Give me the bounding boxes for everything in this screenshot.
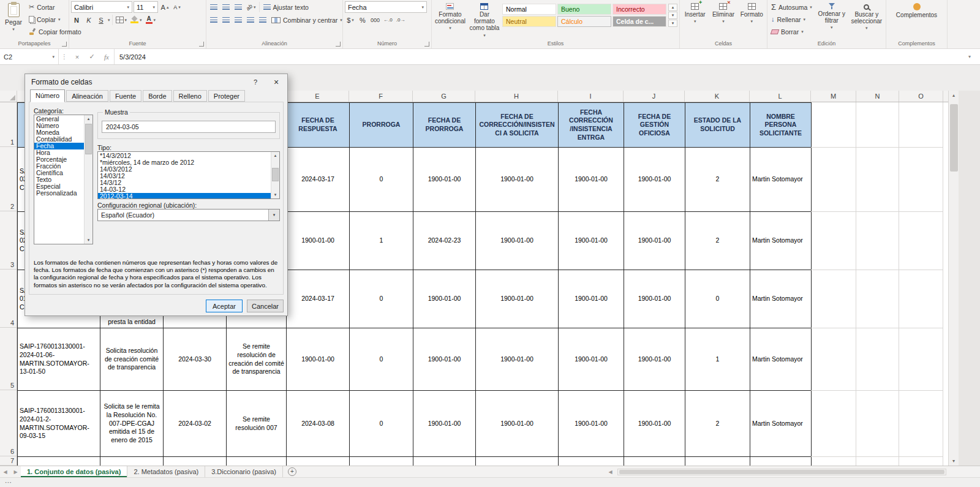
clear-button[interactable]: Borrar▾ xyxy=(769,26,814,37)
cancel-entry-icon[interactable]: × xyxy=(70,53,85,61)
align-middle-button[interactable] xyxy=(221,1,232,13)
cell-K6[interactable]: 2 xyxy=(685,391,750,457)
type-option-selected[interactable]: 2012-03-14 xyxy=(98,193,279,199)
close-icon[interactable]: × xyxy=(265,74,287,90)
insert-cells-button[interactable]: + Insertar ▾ xyxy=(682,1,708,23)
category-scrollbar[interactable]: ▴ ▾ xyxy=(84,115,92,244)
cell-H5[interactable]: 1900-01-00 xyxy=(476,328,559,391)
cell-E7[interactable] xyxy=(287,457,350,466)
cell-E3[interactable]: 1900-01-00 xyxy=(287,212,350,270)
row-header-1[interactable]: 1 xyxy=(0,102,17,147)
type-listbox[interactable]: *14/3/2012 *miércoles, 14 de marzo de 20… xyxy=(97,151,280,199)
scroll-thumb[interactable] xyxy=(272,168,279,181)
sheet-tab-metadatos[interactable]: 2. Metadatos (pasiva) xyxy=(127,466,205,477)
cell-F6[interactable]: 0 xyxy=(350,391,413,457)
sheet-tab-diccionario[interactable]: 3.Diccionario (pasiva) xyxy=(205,466,283,477)
vertical-scroll-thumb[interactable] xyxy=(950,104,958,172)
cell-H6[interactable]: 1900-01-00 xyxy=(476,391,559,457)
gallery-up-button[interactable]: ▴ xyxy=(668,4,677,11)
cell-L3[interactable]: Martin Sotomayor xyxy=(750,212,812,270)
dialog-launcher-icon[interactable] xyxy=(336,42,341,47)
delete-cells-button[interactable]: × Eliminar ▾ xyxy=(710,1,736,23)
align-left-button[interactable] xyxy=(208,14,219,26)
cell-B6[interactable]: Solicita se le remita la Resolución No. … xyxy=(100,391,164,457)
cell-style-incorrecto[interactable]: Incorrecto xyxy=(612,4,666,15)
align-top-button[interactable] xyxy=(208,1,219,13)
confirm-entry-icon[interactable]: ✓ xyxy=(85,53,99,61)
cell-L7[interactable] xyxy=(750,457,812,466)
cell-E6[interactable]: 2024-03-08 xyxy=(287,391,350,457)
cell-B5[interactable]: Solicita resolución de creación comité d… xyxy=(100,328,164,391)
formula-bar-grip-icon[interactable]: ⋮ xyxy=(59,53,70,60)
dialog-launcher-icon[interactable] xyxy=(199,42,204,47)
scroll-down-icon[interactable]: ▾ xyxy=(88,238,90,243)
column-header-I[interactable]: I xyxy=(558,91,624,102)
chevron-down-icon[interactable]: ▾ xyxy=(268,210,279,221)
cell-I3[interactable]: 1900-01-00 xyxy=(559,212,624,270)
scroll-up-icon[interactable]: ▴ xyxy=(88,116,90,121)
fill-button[interactable]: ↓Rellenar▾ xyxy=(769,13,814,25)
cell-J6[interactable]: 1900-01-00 xyxy=(624,391,685,457)
locale-dropdown[interactable]: Español (Ecuador) ▾ xyxy=(97,209,280,221)
row-header-5[interactable]: 5 xyxy=(0,328,17,390)
cell-K7[interactable] xyxy=(685,457,750,466)
conditional-format-button[interactable]: Formato condicional ▾ xyxy=(434,1,467,30)
tab-alineacion[interactable]: Alineación xyxy=(66,90,108,102)
select-all-corner[interactable] xyxy=(0,91,17,102)
vertical-scrollbar[interactable]: ▴ ▾ xyxy=(948,91,959,466)
column-header-E[interactable]: E xyxy=(286,91,349,102)
column-header-H[interactable]: H xyxy=(475,91,558,102)
cell-K3[interactable]: 2 xyxy=(685,212,750,270)
cell-L4[interactable]: Martin Sotomayor xyxy=(750,270,812,328)
scroll-down-icon[interactable]: ▾ xyxy=(274,192,277,197)
cell-F5[interactable]: 0 xyxy=(350,328,413,391)
cell-style-bueno[interactable]: Bueno xyxy=(557,4,611,15)
tab-fuente[interactable]: Fuente xyxy=(110,90,141,102)
tab-numero[interactable]: Número xyxy=(30,89,65,102)
cell-E2[interactable]: 2024-03-17 xyxy=(287,148,350,212)
merge-center-button[interactable]: Combinar y centrar▾ xyxy=(270,14,344,26)
cell-F3[interactable]: 1 xyxy=(350,212,413,270)
tab-proteger[interactable]: Proteger xyxy=(208,90,245,102)
gallery-more-button[interactable]: ▾ xyxy=(668,20,677,27)
gallery-down-button[interactable]: ▾ xyxy=(668,12,677,19)
scroll-up-icon[interactable]: ▴ xyxy=(952,92,955,98)
column-header-N[interactable]: N xyxy=(856,91,899,102)
increase-decimal-button[interactable]: ←.0 xyxy=(382,14,394,26)
cell-J4[interactable]: 1900-01-00 xyxy=(624,270,685,328)
borders-button[interactable]: ▾ xyxy=(115,14,129,26)
percent-format-button[interactable]: % xyxy=(357,14,368,26)
increase-indent-button[interactable] xyxy=(257,14,268,26)
cancel-button[interactable]: Cancelar xyxy=(247,300,284,312)
formula-input[interactable]: 5/3/2024 xyxy=(114,49,959,64)
row-header-2[interactable]: 2 xyxy=(0,147,17,211)
number-format-combo[interactable]: Fecha▾ xyxy=(345,1,427,13)
sheet-nav-right-icon[interactable]: ▶ xyxy=(10,466,21,477)
cell-J7[interactable] xyxy=(624,457,685,466)
scroll-up-icon[interactable]: ▴ xyxy=(274,153,277,158)
cell-G3[interactable]: 2024-02-23 xyxy=(413,212,476,270)
format-as-table-button[interactable]: Dar formato como tabla ▾ xyxy=(469,1,500,37)
align-center-button[interactable] xyxy=(221,14,232,26)
font-name-combo[interactable]: Calibri▾ xyxy=(71,1,132,13)
cell-H7[interactable] xyxy=(476,457,559,466)
scroll-thumb[interactable] xyxy=(85,124,92,154)
sheet-nav-left-icon[interactable]: ◀ xyxy=(0,466,10,477)
paste-button[interactable]: Pegar ▾ xyxy=(2,1,25,31)
decrease-indent-button[interactable] xyxy=(245,14,256,26)
cell-A6[interactable]: SAIP-1760013130001-2024-01-2-MARTIN.SOTO… xyxy=(18,391,100,457)
cell-C7[interactable] xyxy=(164,457,227,466)
horizontal-scroll-thumb[interactable] xyxy=(619,470,944,474)
cell-J5[interactable]: 1900-01-00 xyxy=(624,328,685,391)
column-header-G[interactable]: G xyxy=(413,91,475,102)
cell-E1[interactable]: FECHA DE RESPUESTA xyxy=(287,103,350,148)
cell-H2[interactable]: 1900-01-00 xyxy=(476,148,559,212)
insert-function-icon[interactable]: fx xyxy=(99,53,114,61)
cell-F4[interactable]: 0 xyxy=(350,270,413,328)
row-header-3[interactable]: 3 xyxy=(0,211,17,270)
dialog-launcher-icon[interactable] xyxy=(62,42,67,47)
cell-F1[interactable]: PRORROGA xyxy=(350,103,413,148)
cell-K1[interactable]: ESTADO DE LA SOLICITUD xyxy=(685,103,750,148)
tab-relleno[interactable]: Relleno xyxy=(173,90,207,102)
cell-I7[interactable] xyxy=(559,457,624,466)
